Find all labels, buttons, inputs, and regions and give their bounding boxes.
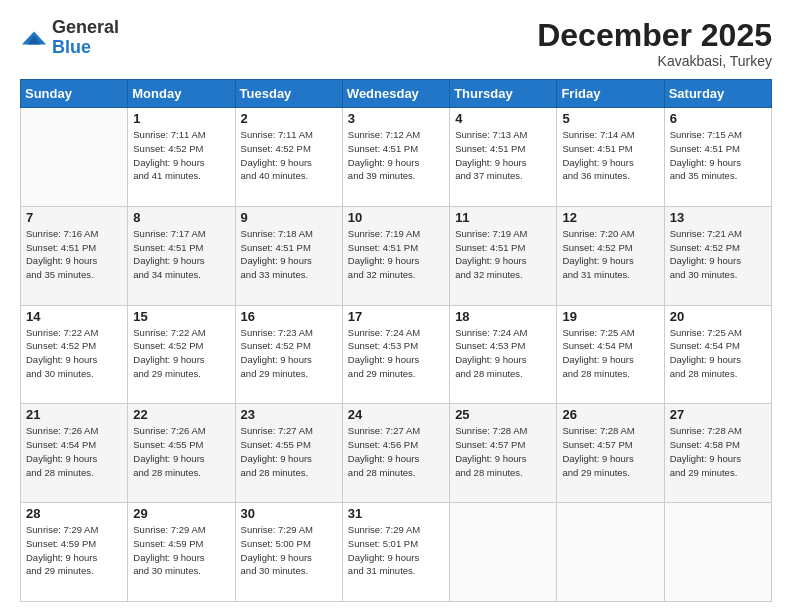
day-number: 18	[455, 309, 551, 324]
calendar-cell: 20Sunrise: 7:25 AM Sunset: 4:54 PM Dayli…	[664, 305, 771, 404]
calendar-cell: 4Sunrise: 7:13 AM Sunset: 4:51 PM Daylig…	[450, 108, 557, 207]
col-thursday: Thursday	[450, 80, 557, 108]
day-number: 11	[455, 210, 551, 225]
calendar-header-row: Sunday Monday Tuesday Wednesday Thursday…	[21, 80, 772, 108]
day-number: 30	[241, 506, 337, 521]
col-tuesday: Tuesday	[235, 80, 342, 108]
day-number: 27	[670, 407, 766, 422]
day-info: Sunrise: 7:12 AM Sunset: 4:51 PM Dayligh…	[348, 128, 444, 183]
day-info: Sunrise: 7:24 AM Sunset: 4:53 PM Dayligh…	[348, 326, 444, 381]
col-wednesday: Wednesday	[342, 80, 449, 108]
day-number: 14	[26, 309, 122, 324]
day-number: 13	[670, 210, 766, 225]
page: General Blue December 2025 Kavakbasi, Tu…	[0, 0, 792, 612]
calendar-week-row: 21Sunrise: 7:26 AM Sunset: 4:54 PM Dayli…	[21, 404, 772, 503]
day-info: Sunrise: 7:23 AM Sunset: 4:52 PM Dayligh…	[241, 326, 337, 381]
calendar-cell: 9Sunrise: 7:18 AM Sunset: 4:51 PM Daylig…	[235, 206, 342, 305]
day-info: Sunrise: 7:25 AM Sunset: 4:54 PM Dayligh…	[562, 326, 658, 381]
day-info: Sunrise: 7:16 AM Sunset: 4:51 PM Dayligh…	[26, 227, 122, 282]
col-friday: Friday	[557, 80, 664, 108]
day-number: 24	[348, 407, 444, 422]
calendar-cell: 13Sunrise: 7:21 AM Sunset: 4:52 PM Dayli…	[664, 206, 771, 305]
day-number: 9	[241, 210, 337, 225]
calendar-cell	[557, 503, 664, 602]
day-info: Sunrise: 7:19 AM Sunset: 4:51 PM Dayligh…	[455, 227, 551, 282]
calendar-cell: 1Sunrise: 7:11 AM Sunset: 4:52 PM Daylig…	[128, 108, 235, 207]
day-info: Sunrise: 7:14 AM Sunset: 4:51 PM Dayligh…	[562, 128, 658, 183]
day-info: Sunrise: 7:18 AM Sunset: 4:51 PM Dayligh…	[241, 227, 337, 282]
calendar-cell: 28Sunrise: 7:29 AM Sunset: 4:59 PM Dayli…	[21, 503, 128, 602]
logo-icon	[20, 24, 48, 52]
day-number: 2	[241, 111, 337, 126]
day-number: 25	[455, 407, 551, 422]
day-info: Sunrise: 7:29 AM Sunset: 4:59 PM Dayligh…	[133, 523, 229, 578]
day-number: 31	[348, 506, 444, 521]
day-info: Sunrise: 7:28 AM Sunset: 4:57 PM Dayligh…	[562, 424, 658, 479]
day-info: Sunrise: 7:29 AM Sunset: 4:59 PM Dayligh…	[26, 523, 122, 578]
col-monday: Monday	[128, 80, 235, 108]
day-number: 1	[133, 111, 229, 126]
day-info: Sunrise: 7:22 AM Sunset: 4:52 PM Dayligh…	[26, 326, 122, 381]
calendar-cell	[450, 503, 557, 602]
day-info: Sunrise: 7:25 AM Sunset: 4:54 PM Dayligh…	[670, 326, 766, 381]
day-info: Sunrise: 7:28 AM Sunset: 4:58 PM Dayligh…	[670, 424, 766, 479]
calendar-cell: 10Sunrise: 7:19 AM Sunset: 4:51 PM Dayli…	[342, 206, 449, 305]
calendar-cell	[664, 503, 771, 602]
day-info: Sunrise: 7:11 AM Sunset: 4:52 PM Dayligh…	[133, 128, 229, 183]
calendar-cell: 25Sunrise: 7:28 AM Sunset: 4:57 PM Dayli…	[450, 404, 557, 503]
calendar-table: Sunday Monday Tuesday Wednesday Thursday…	[20, 79, 772, 602]
day-info: Sunrise: 7:29 AM Sunset: 5:00 PM Dayligh…	[241, 523, 337, 578]
day-info: Sunrise: 7:29 AM Sunset: 5:01 PM Dayligh…	[348, 523, 444, 578]
day-info: Sunrise: 7:27 AM Sunset: 4:55 PM Dayligh…	[241, 424, 337, 479]
day-number: 29	[133, 506, 229, 521]
location: Kavakbasi, Turkey	[537, 53, 772, 69]
day-info: Sunrise: 7:26 AM Sunset: 4:55 PM Dayligh…	[133, 424, 229, 479]
calendar-cell: 30Sunrise: 7:29 AM Sunset: 5:00 PM Dayli…	[235, 503, 342, 602]
day-info: Sunrise: 7:11 AM Sunset: 4:52 PM Dayligh…	[241, 128, 337, 183]
day-info: Sunrise: 7:21 AM Sunset: 4:52 PM Dayligh…	[670, 227, 766, 282]
calendar-cell: 15Sunrise: 7:22 AM Sunset: 4:52 PM Dayli…	[128, 305, 235, 404]
calendar-cell: 12Sunrise: 7:20 AM Sunset: 4:52 PM Dayli…	[557, 206, 664, 305]
calendar-cell: 7Sunrise: 7:16 AM Sunset: 4:51 PM Daylig…	[21, 206, 128, 305]
day-number: 10	[348, 210, 444, 225]
day-info: Sunrise: 7:28 AM Sunset: 4:57 PM Dayligh…	[455, 424, 551, 479]
month-year: December 2025	[537, 18, 772, 53]
calendar-cell: 8Sunrise: 7:17 AM Sunset: 4:51 PM Daylig…	[128, 206, 235, 305]
day-number: 21	[26, 407, 122, 422]
calendar-cell: 18Sunrise: 7:24 AM Sunset: 4:53 PM Dayli…	[450, 305, 557, 404]
calendar-cell: 5Sunrise: 7:14 AM Sunset: 4:51 PM Daylig…	[557, 108, 664, 207]
calendar-cell: 14Sunrise: 7:22 AM Sunset: 4:52 PM Dayli…	[21, 305, 128, 404]
day-number: 23	[241, 407, 337, 422]
day-info: Sunrise: 7:22 AM Sunset: 4:52 PM Dayligh…	[133, 326, 229, 381]
day-info: Sunrise: 7:20 AM Sunset: 4:52 PM Dayligh…	[562, 227, 658, 282]
day-number: 17	[348, 309, 444, 324]
calendar-cell: 16Sunrise: 7:23 AM Sunset: 4:52 PM Dayli…	[235, 305, 342, 404]
calendar-cell: 17Sunrise: 7:24 AM Sunset: 4:53 PM Dayli…	[342, 305, 449, 404]
calendar-cell: 21Sunrise: 7:26 AM Sunset: 4:54 PM Dayli…	[21, 404, 128, 503]
calendar-cell: 24Sunrise: 7:27 AM Sunset: 4:56 PM Dayli…	[342, 404, 449, 503]
day-info: Sunrise: 7:27 AM Sunset: 4:56 PM Dayligh…	[348, 424, 444, 479]
calendar-week-row: 7Sunrise: 7:16 AM Sunset: 4:51 PM Daylig…	[21, 206, 772, 305]
calendar-week-row: 28Sunrise: 7:29 AM Sunset: 4:59 PM Dayli…	[21, 503, 772, 602]
logo: General Blue	[20, 18, 119, 58]
calendar-cell: 2Sunrise: 7:11 AM Sunset: 4:52 PM Daylig…	[235, 108, 342, 207]
day-info: Sunrise: 7:26 AM Sunset: 4:54 PM Dayligh…	[26, 424, 122, 479]
calendar-cell: 29Sunrise: 7:29 AM Sunset: 4:59 PM Dayli…	[128, 503, 235, 602]
day-number: 20	[670, 309, 766, 324]
calendar-cell: 27Sunrise: 7:28 AM Sunset: 4:58 PM Dayli…	[664, 404, 771, 503]
calendar-cell: 31Sunrise: 7:29 AM Sunset: 5:01 PM Dayli…	[342, 503, 449, 602]
day-number: 15	[133, 309, 229, 324]
day-info: Sunrise: 7:15 AM Sunset: 4:51 PM Dayligh…	[670, 128, 766, 183]
col-sunday: Sunday	[21, 80, 128, 108]
header: General Blue December 2025 Kavakbasi, Tu…	[20, 18, 772, 69]
day-number: 6	[670, 111, 766, 126]
day-number: 5	[562, 111, 658, 126]
title-block: December 2025 Kavakbasi, Turkey	[537, 18, 772, 69]
calendar-cell: 3Sunrise: 7:12 AM Sunset: 4:51 PM Daylig…	[342, 108, 449, 207]
logo-text: General Blue	[52, 18, 119, 58]
logo-blue: Blue	[52, 37, 91, 57]
calendar-cell: 11Sunrise: 7:19 AM Sunset: 4:51 PM Dayli…	[450, 206, 557, 305]
calendar-cell	[21, 108, 128, 207]
day-info: Sunrise: 7:24 AM Sunset: 4:53 PM Dayligh…	[455, 326, 551, 381]
day-number: 12	[562, 210, 658, 225]
